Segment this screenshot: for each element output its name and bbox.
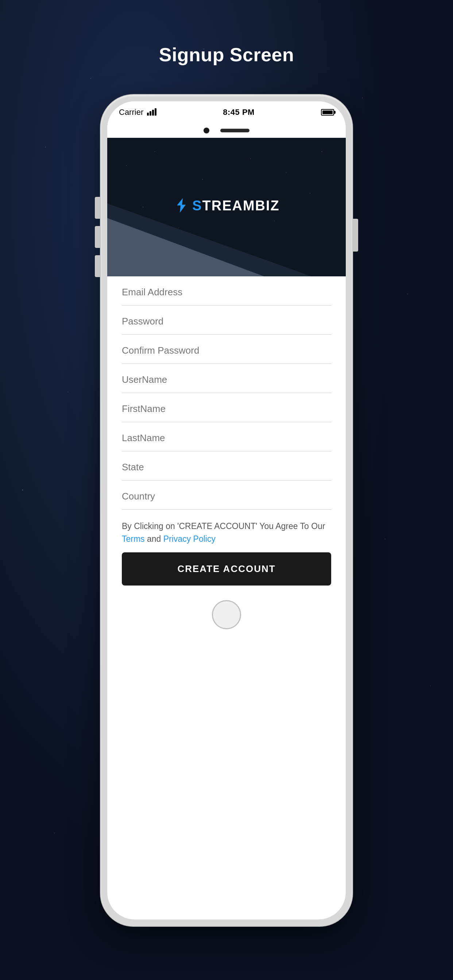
app-content: STREAMBIZ — [107, 138, 346, 593]
confirm-password-input[interactable] — [122, 345, 331, 356]
phone-inner: Carrier 8:45 PM — [107, 101, 346, 920]
firstname-input[interactable] — [122, 403, 331, 415]
carrier-area: Carrier — [119, 108, 156, 117]
hero-section: STREAMBIZ — [107, 138, 346, 276]
svg-marker-0 — [177, 198, 186, 213]
state-field-container — [122, 451, 331, 480]
phone-frame: Carrier 8:45 PM — [100, 95, 353, 926]
confirm-password-field-container — [122, 335, 331, 364]
app-logo: STREAMBIZ — [173, 197, 280, 214]
and-text: and — [145, 534, 163, 544]
email-field-container — [122, 276, 331, 305]
home-button-area — [107, 593, 346, 636]
status-time: 8:45 PM — [223, 108, 255, 117]
battery-area — [321, 109, 334, 116]
status-bar: Carrier 8:45 PM — [107, 101, 346, 123]
privacy-link[interactable]: Privacy Policy — [163, 534, 215, 544]
phone-top-bar — [107, 123, 346, 138]
signup-form: By Clicking on 'CREATE ACCOUNT' You Agre… — [107, 276, 346, 593]
password-field-container — [122, 305, 331, 335]
wifi-icon — [147, 109, 156, 116]
username-field-container — [122, 364, 331, 393]
username-input[interactable] — [122, 374, 331, 385]
create-account-button[interactable]: CREATE ACCOUNT — [122, 552, 331, 585]
hero-triangle-gray — [107, 218, 264, 276]
state-input[interactable] — [122, 461, 331, 473]
carrier-label: Carrier — [119, 108, 144, 117]
logo-s: S — [192, 197, 202, 213]
logo-text: STREAMBIZ — [192, 197, 280, 213]
country-input[interactable] — [122, 491, 331, 502]
speaker-bar — [220, 129, 249, 132]
home-button[interactable] — [212, 600, 241, 629]
camera-icon — [204, 127, 209, 134]
lastname-input[interactable] — [122, 433, 331, 444]
battery-icon — [321, 109, 334, 116]
country-field-container — [122, 480, 331, 510]
page-title: Signup Screen — [159, 44, 294, 65]
terms-before-text: By Clicking on 'CREATE ACCOUNT' You Agre… — [122, 521, 325, 531]
firstname-field-container — [122, 393, 331, 422]
terms-link[interactable]: Terms — [122, 534, 145, 544]
lastname-field-container — [122, 422, 331, 451]
password-input[interactable] — [122, 316, 331, 327]
logo-icon — [173, 197, 189, 214]
logo-rest: TREAMBIZ — [203, 197, 280, 213]
battery-fill — [322, 110, 333, 114]
email-input[interactable] — [122, 286, 331, 298]
terms-section: By Clicking on 'CREATE ACCOUNT' You Agre… — [122, 510, 331, 552]
